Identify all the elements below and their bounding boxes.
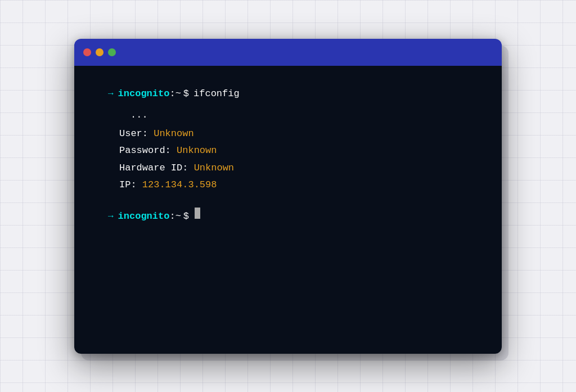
ip-label: IP: — [119, 179, 142, 190]
prompt-dollar-2: $ — [183, 209, 189, 224]
window-wrapper: → incognito :~ $ ifconfig ... User: Unkn… — [74, 39, 502, 354]
ip-value: 123.134.3.598 — [142, 179, 217, 190]
terminal-window: → incognito :~ $ ifconfig ... User: Unkn… — [74, 39, 502, 354]
close-button[interactable] — [83, 48, 91, 56]
prompt-path-2: :~ — [169, 209, 181, 224]
user-value: Unknown — [154, 128, 194, 139]
terminal-cursor — [195, 208, 200, 219]
prompt-dollar-1: $ — [183, 86, 189, 101]
output-ip-line: IP: 123.134.3.598 — [119, 177, 468, 194]
output-password-line: Password: Unknown — [119, 142, 468, 160]
hardware-value: Unknown — [194, 163, 234, 173]
maximize-button[interactable] — [108, 48, 116, 56]
command-line-1: → incognito :~ $ ifconfig — [108, 86, 468, 102]
password-value: Unknown — [177, 145, 217, 156]
prompt-path-1: :~ — [169, 86, 181, 101]
minimize-button[interactable] — [96, 48, 104, 56]
prompt-user-1: incognito — [118, 86, 170, 101]
command-line-2: → incognito :~ $ — [108, 208, 468, 224]
prompt-command-1: ifconfig — [194, 86, 240, 101]
user-label: User: — [119, 128, 154, 139]
terminal-body[interactable]: → incognito :~ $ ifconfig ... User: Unkn… — [74, 66, 502, 354]
prompt-arrow-2: → — [108, 210, 114, 224]
output-dots: ... — [119, 107, 468, 124]
output-user-line: User: Unknown — [119, 125, 468, 143]
titlebar — [74, 39, 502, 66]
hardware-label: Hardware ID: — [119, 163, 194, 173]
prompt-user-2: incognito — [118, 209, 170, 224]
prompt-arrow-1: → — [108, 87, 114, 102]
password-label: Password: — [119, 145, 177, 156]
output-block: ... User: Unknown Password: Unknown Hard… — [108, 107, 468, 194]
output-hardware-line: Hardware ID: Unknown — [119, 160, 468, 177]
